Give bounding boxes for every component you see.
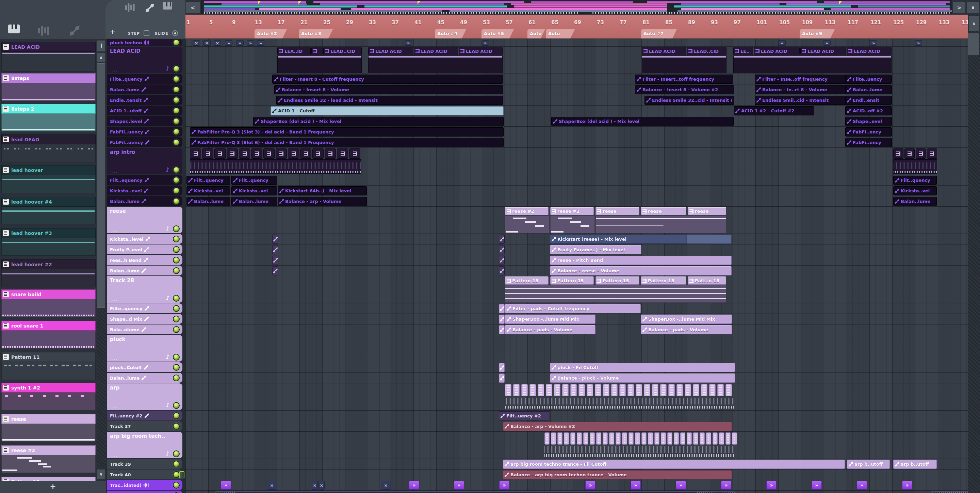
- automation-mode-icon[interactable]: [70, 26, 80, 36]
- link-icon[interactable]: [146, 4, 154, 12]
- pattern-item-header[interactable]: lead hoover #2: [2, 259, 95, 269]
- pattern-item-header[interactable]: Pattern 11: [2, 352, 95, 362]
- track-mute-led[interactable]: [173, 450, 180, 457]
- automation-clip[interactable]: FabFilter Pro-Q 3 (Slot 6) - del acid - …: [190, 138, 504, 147]
- pattern-clip[interactable]: reese: [595, 207, 640, 215]
- track-header[interactable]: Balan..lume: [107, 266, 182, 276]
- clip[interactable]: [505, 384, 511, 396]
- add-track-button[interactable]: +: [108, 27, 117, 36]
- pattern-clip[interactable]: [300, 148, 311, 159]
- automation-clip[interactable]: Balance - In..rt 8 - Volume: [755, 85, 846, 94]
- clip[interactable]: [693, 432, 698, 445]
- track-header[interactable]: rees..h Bend: [107, 255, 182, 265]
- arrangement-minimap[interactable]: [202, 0, 952, 14]
- audio-clip[interactable]: [932, 491, 968, 493]
- clip[interactable]: [590, 432, 595, 445]
- automation-clip[interactable]: Filt..quency: [186, 176, 230, 185]
- clip[interactable]: [701, 384, 708, 396]
- track-header[interactable]: arp...♪: [107, 383, 182, 410]
- automation-clip[interactable]: Balan..lume: [893, 197, 937, 206]
- track-mute-led[interactable]: [173, 187, 180, 194]
- clip[interactable]: [622, 432, 627, 445]
- track-mute-led[interactable]: [173, 316, 180, 322]
- track-header[interactable]: Balan..lume: [107, 373, 182, 383]
- track-header[interactable]: ACID 1..utoff: [107, 105, 182, 115]
- pattern-clip[interactable]: LEAD ACID: [754, 47, 800, 55]
- automation-clip[interactable]: arp b..utoff: [893, 459, 937, 469]
- pattern-clip[interactable]: [349, 148, 360, 159]
- clip[interactable]: [587, 384, 593, 396]
- automation-clip[interactable]: FabFilter Pro-Q 3 (Slot 3) - del acid - …: [190, 127, 504, 137]
- time-marker[interactable]: Auto #5: [482, 29, 514, 38]
- pattern-clip[interactable]: LEAD ACID: [642, 47, 686, 55]
- audio-clip[interactable]: »: [676, 481, 686, 490]
- pattern-item[interactable]: lead hoover: [2, 165, 95, 193]
- selected-cell-indicator[interactable]: [179, 471, 185, 479]
- automation-clip[interactable]: reese - Pitch Bend: [550, 256, 732, 265]
- track-mute-led[interactable]: [173, 471, 180, 478]
- clip[interactable]: [713, 432, 718, 445]
- track-header[interactable]: arp big room tech.....♪: [107, 432, 182, 458]
- automation-clip[interactable]: Shape..evel: [845, 117, 892, 126]
- automation-clip[interactable]: Balance - Insert 8 - Volume #2: [635, 85, 734, 94]
- pattern-item-header[interactable]: 8steps 2: [2, 104, 95, 114]
- track-header[interactable]: Kicksta..level: [107, 234, 182, 244]
- slide-toggle[interactable]: [172, 30, 178, 36]
- audio-clip[interactable]: »: [721, 481, 731, 490]
- clip[interactable]: [660, 384, 667, 396]
- clip[interactable]: [680, 432, 685, 445]
- audio-clip[interactable]: »: [236, 40, 243, 46]
- audio-clip[interactable]: ×: [203, 40, 211, 46]
- track-header[interactable]: Balan..lume: [107, 85, 182, 94]
- track-mute-led[interactable]: [173, 118, 180, 124]
- timeline-ruler[interactable]: 1591317212529333741454953576165697377818…: [185, 14, 968, 38]
- clip[interactable]: [693, 384, 699, 396]
- clip[interactable]: [628, 432, 633, 445]
- clip[interactable]: [562, 384, 569, 396]
- track-mute-led[interactable]: [173, 423, 180, 430]
- pattern-clip[interactable]: LEAD ACID: [459, 47, 503, 55]
- clip[interactable]: [570, 432, 576, 445]
- clip[interactable]: [706, 432, 711, 445]
- automation-clip-selected[interactable]: ACID 1 - Cutoff: [270, 106, 504, 115]
- playlist-grid[interactable]: ×××»»»»»»»»»»LEA..IDLEAD..CIDLEAD ACIDLE…: [185, 39, 968, 493]
- track-header[interactable]: Balan..lume: [107, 196, 182, 206]
- clip[interactable]: [652, 384, 659, 396]
- pattern-item[interactable]: Pattern 11: [2, 352, 95, 380]
- clip[interactable]: [700, 432, 705, 445]
- pattern-item[interactable]: lead hoover #2: [2, 259, 95, 287]
- pattern-item[interactable]: synth 1 #2: [2, 383, 95, 410]
- audio-clip[interactable]: »: [225, 40, 232, 46]
- track-mute-led[interactable]: [173, 198, 180, 204]
- pattern-scrollbar[interactable]: ∧ ∨: [97, 39, 105, 481]
- pattern-item[interactable]: lead DEAD: [2, 134, 95, 163]
- pattern-clip[interactable]: [337, 148, 348, 159]
- automation-clip[interactable]: arp big room techno trance - Fil Cutoff: [503, 459, 845, 469]
- clip[interactable]: [627, 384, 634, 396]
- track-mute-led[interactable]: [173, 246, 180, 253]
- track-mute-led[interactable]: [173, 139, 180, 146]
- clip[interactable]: [609, 432, 614, 445]
- track-header[interactable]: pluck techno: [107, 39, 182, 46]
- audio-clip[interactable]: »: [915, 40, 922, 46]
- track-header[interactable]: pluck..Cutoff: [107, 362, 182, 372]
- track-header[interactable]: Trac..idated): [107, 480, 182, 490]
- track-header[interactable]: reese...♪: [107, 207, 182, 233]
- pattern-item[interactable]: lead hoover #4: [2, 197, 95, 224]
- clip-fragment[interactable]: [499, 304, 504, 313]
- pattern-clip[interactable]: [215, 148, 226, 159]
- track-mute-led[interactable]: [173, 177, 180, 183]
- track-header[interactable]: arp intro...♪: [107, 148, 182, 174]
- track-mute-led[interactable]: [173, 39, 180, 46]
- audio-clip-label[interactable]: M..L: [653, 491, 672, 493]
- pattern-item-header[interactable]: rool snare 1: [2, 321, 95, 330]
- clip-fragment[interactable]: [499, 256, 504, 265]
- automation-clip[interactable]: Balan..lume: [845, 85, 892, 94]
- pattern-clip[interactable]: LEAD ACID: [414, 47, 458, 55]
- audio-clip[interactable]: »: [454, 481, 464, 490]
- track-header[interactable]: LEAD ACID...♪: [107, 47, 182, 73]
- clip[interactable]: [546, 384, 552, 396]
- track-header[interactable]: Shape..d Mix: [107, 314, 182, 324]
- pattern-clip[interactable]: Pattern 15: [505, 276, 549, 285]
- pattern-clip[interactable]: [190, 148, 201, 159]
